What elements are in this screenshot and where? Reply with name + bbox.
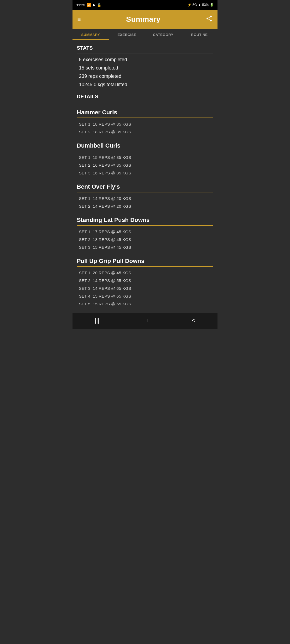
set-item: SET 3: 14 REPS @ 65 KGS bbox=[77, 284, 213, 292]
tab-summary[interactable]: SUMMARY bbox=[73, 29, 109, 40]
stat-weight: 10245.0 kgs total lifted bbox=[77, 80, 213, 89]
set-item: SET 2: 16 REPS @ 35 KGS bbox=[77, 161, 213, 169]
set-item: SET 1: 20 REPS @ 45 KGS bbox=[77, 269, 213, 277]
set-item: SET 1: 18 REPS @ 35 KGS bbox=[77, 120, 213, 128]
main-content: STATS 5 exercises completed 15 sets comp… bbox=[73, 40, 218, 308]
app-bar: ≡ Summary bbox=[73, 10, 218, 29]
details-header: DETAILS bbox=[77, 89, 213, 102]
back-button[interactable]: < bbox=[192, 317, 195, 324]
exercise-name-dumbbell-curls: Dumbbell Curls bbox=[77, 138, 213, 151]
set-item: SET 1: 15 REPS @ 35 KGS bbox=[77, 153, 213, 161]
status-left: 11:25 📶 ▶ 🔒 bbox=[76, 3, 101, 7]
exercise-block-hammer-curls: Hammer Curls SET 1: 18 REPS @ 35 KGS SET… bbox=[77, 105, 213, 136]
exercise-name-standing-lat-push-downs: Standing Lat Push Downs bbox=[77, 213, 213, 226]
menu-icon[interactable]: ≡ bbox=[77, 16, 81, 23]
tab-exercise[interactable]: EXERCISE bbox=[109, 29, 145, 40]
lock-icon: 🔒 bbox=[97, 3, 101, 7]
exercise-name-pull-up-grip-pull-downs: Pull Up Grip Pull Downs bbox=[77, 254, 213, 267]
exercise-block-dumbbell-curls: Dumbbell Curls SET 1: 15 REPS @ 35 KGS S… bbox=[77, 138, 213, 177]
stat-sets: 15 sets completed bbox=[77, 64, 213, 72]
app-bar-title: Summary bbox=[126, 15, 161, 24]
tab-bar: SUMMARY EXERCISE CATEGORY ROUTINE bbox=[73, 29, 218, 40]
signal-icon: 📶 bbox=[87, 3, 91, 7]
home-button[interactable]: □ bbox=[144, 317, 147, 324]
share-icon[interactable] bbox=[206, 15, 213, 24]
status-right: ⚡ 5G ▲ 53% 🔋 bbox=[187, 3, 214, 7]
tab-category[interactable]: CATEGORY bbox=[145, 29, 181, 40]
recent-apps-button[interactable]: ||| bbox=[95, 317, 99, 324]
stats-list: 5 exercises completed 15 sets completed … bbox=[77, 56, 213, 89]
set-item: SET 5: 15 REPS @ 65 KGS bbox=[77, 300, 213, 308]
battery-icon: 🔋 bbox=[210, 3, 214, 7]
bluetooth-icon: ⚡ bbox=[187, 3, 191, 7]
set-item: SET 1: 17 REPS @ 45 KGS bbox=[77, 228, 213, 236]
status-time: 11:25 bbox=[76, 3, 85, 7]
set-item: SET 3: 16 REPS @ 35 KGS bbox=[77, 169, 213, 177]
set-item: SET 2: 14 REPS @ 55 KGS bbox=[77, 277, 213, 284]
exercise-name-bent-over-flys: Bent Over Fly's bbox=[77, 180, 213, 192]
bottom-nav: ||| □ < bbox=[73, 313, 218, 329]
status-bar: 11:25 📶 ▶ 🔒 ⚡ 5G ▲ 53% 🔋 bbox=[73, 0, 218, 10]
stats-header: STATS bbox=[77, 40, 213, 53]
battery-level: 53% bbox=[202, 3, 209, 7]
stat-exercises: 5 exercises completed bbox=[77, 56, 213, 64]
exercise-name-hammer-curls: Hammer Curls bbox=[77, 105, 213, 118]
stat-reps: 239 reps completed bbox=[77, 72, 213, 80]
set-item: SET 2: 14 REPS @ 20 KGS bbox=[77, 202, 213, 210]
network-icon: 5G bbox=[193, 3, 197, 7]
youtube-icon: ▶ bbox=[93, 3, 95, 7]
tab-routine[interactable]: ROUTINE bbox=[181, 29, 218, 40]
set-item: SET 2: 18 REPS @ 45 KGS bbox=[77, 236, 213, 243]
exercise-block-pull-up-grip-pull-downs: Pull Up Grip Pull Downs SET 1: 20 REPS @… bbox=[77, 254, 213, 308]
exercise-block-standing-lat-push-downs: Standing Lat Push Downs SET 1: 17 REPS @… bbox=[77, 213, 213, 251]
set-item: SET 1: 14 REPS @ 20 KGS bbox=[77, 195, 213, 202]
set-item: SET 2: 18 REPS @ 35 KGS bbox=[77, 128, 213, 136]
wifi-icon: ▲ bbox=[198, 3, 201, 7]
set-item: SET 3: 15 REPS @ 45 KGS bbox=[77, 243, 213, 251]
set-item: SET 4: 15 REPS @ 65 KGS bbox=[77, 292, 213, 300]
exercise-block-bent-over-flys: Bent Over Fly's SET 1: 14 REPS @ 20 KGS … bbox=[77, 180, 213, 210]
